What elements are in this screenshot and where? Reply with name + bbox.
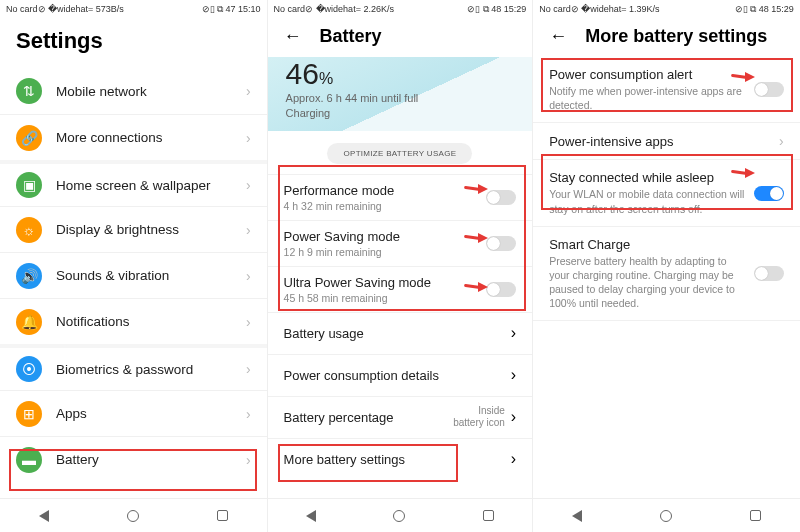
nav-home[interactable] [660,510,672,522]
nav-back[interactable] [572,510,582,522]
list-item-label: Mobile network [56,84,246,99]
toggle[interactable] [754,186,784,201]
status-right: ⊘▯ ⧉ 48 15:29 [467,4,526,15]
list-item-label: Display & brightness [56,222,246,237]
row-sub: Notify me when power-intensive apps are … [549,84,746,112]
screen-settings: No card⊘ �widehat= 573B/s ⊘▯ ⧉ 47 15:10 … [0,0,267,532]
arrow-icon [478,184,488,194]
status-bar: No card⊘ �widehat= 573B/s ⊘▯ ⧉ 47 15:10 [0,0,267,18]
page-title: More battery settings [585,26,767,47]
apps-icon: ⊞ [16,401,42,427]
nav-bar [0,498,267,532]
nav-home[interactable] [393,510,405,522]
chevron-right-icon: › [246,177,251,193]
power-mode-row[interactable]: Ultra Power Saving mode45 h 58 min remai… [268,266,533,312]
arrow-icon [745,72,755,82]
list-item[interactable]: ▣Home screen & wallpaper› [0,160,267,206]
nav-back[interactable] [39,510,49,522]
list-item[interactable]: ▬Battery› [0,436,267,482]
chevron-right-icon: › [246,314,251,330]
list-item[interactable]: ☼Display & brightness› [0,206,267,252]
list-item-label: Notifications [56,314,246,329]
chevron-right-icon: › [246,406,251,422]
battery-percent: 46% [286,57,515,91]
more-settings-row[interactable]: Smart ChargePreserve battery health by a… [533,227,800,322]
list-item-label: Biometrics & password [56,362,246,377]
battery-row[interactable]: Battery usage› [268,312,533,354]
power-modes: Performance mode4 h 32 min remainingPowe… [268,174,533,312]
more-settings-row[interactable]: Power-intensive apps› [533,123,800,160]
chevron-right-icon: › [511,408,516,426]
power-mode-row[interactable]: Power Saving mode12 h 9 min remaining [268,220,533,266]
status-left: No card⊘ �widehat= 1.39K/s [539,4,659,14]
list-item[interactable]: ⇅Mobile network› [0,68,267,114]
row-title: Battery percentage [284,410,454,425]
arrow-icon [745,168,755,178]
battery-row[interactable]: Battery percentageInside battery icon› [268,396,533,438]
nav-recent[interactable] [750,510,761,521]
list-item-label: Battery [56,452,246,467]
toggle[interactable] [486,282,516,297]
status-left: No card⊘ �widehat= 2.26K/s [274,4,394,14]
settings-list: ⇅Mobile network›🔗More connections›▣Home … [0,68,267,482]
list-item[interactable]: ⦿Biometrics & password› [0,344,267,390]
list-item-label: Home screen & wallpaper [56,178,246,193]
more-settings-row[interactable]: Stay connected while asleepYour WLAN or … [533,160,800,226]
chevron-right-icon: › [511,450,516,468]
mode-title: Performance mode [284,183,487,198]
list-item-label: Apps [56,406,246,421]
optimize-button[interactable]: OPTIMIZE BATTERY USAGE [327,143,472,164]
arrow-icon [478,233,488,243]
nav-back[interactable] [306,510,316,522]
chevron-right-icon: › [246,268,251,284]
status-bar: No card⊘ �widehat= 2.26K/s ⊘▯ ⧉ 48 15:29 [268,0,533,18]
row-title: Power-intensive apps [549,134,771,149]
list-item[interactable]: ⊞Apps› [0,390,267,436]
mode-title: Ultra Power Saving mode [284,275,487,290]
toggle[interactable] [486,190,516,205]
battery-subtext: Approx. 6 h 44 min until fullCharging [286,91,515,121]
optimize-wrap: OPTIMIZE BATTERY USAGE [268,131,533,174]
chevron-right-icon: › [246,83,251,99]
toggle[interactable] [754,266,784,281]
battery-hero: 46% Approx. 6 h 44 min until fullChargin… [268,57,533,131]
more-settings-row[interactable]: Power consumption alertNotify me when po… [533,57,800,123]
battery-row[interactable]: Power consumption details› [268,354,533,396]
toggle[interactable] [754,82,784,97]
status-right: ⊘▯ ⧉ 47 15:10 [202,4,261,15]
row-title: Stay connected while asleep [549,170,746,185]
row-title: Battery usage [284,326,511,341]
chevron-right-icon: › [246,452,251,468]
battery-row[interactable]: More battery settings› [268,438,533,480]
chevron-right-icon: › [511,324,516,342]
list-item[interactable]: 🔔Notifications› [0,298,267,344]
power-mode-row[interactable]: Performance mode4 h 32 min remaining [268,174,533,220]
home-icon: ▣ [16,172,42,198]
page-title: Settings [0,18,267,68]
conn-icon: 🔗 [16,125,42,151]
sound-icon: 🔊 [16,263,42,289]
nav-recent[interactable] [483,510,494,521]
chevron-right-icon: › [246,130,251,146]
mode-title: Power Saving mode [284,229,487,244]
chevron-right-icon: › [511,366,516,384]
mode-sub: 12 h 9 min remaining [284,246,487,258]
nav-bar [533,498,800,532]
chevron-right-icon: › [779,133,784,149]
more-settings-rows: Power consumption alertNotify me when po… [533,57,800,321]
toggle[interactable] [486,236,516,251]
row-title: Smart Charge [549,237,746,252]
back-icon[interactable]: ← [549,26,567,47]
list-item[interactable]: 🔊Sounds & vibration› [0,252,267,298]
list-item-label: Sounds & vibration [56,268,246,283]
mode-sub: 4 h 32 min remaining [284,200,487,212]
row-title: Power consumption details [284,368,511,383]
status-right: ⊘▯ ⧉ 48 15:29 [735,4,794,15]
row-title: Power consumption alert [549,67,746,82]
back-icon[interactable]: ← [284,26,302,47]
list-item[interactable]: 🔗More connections› [0,114,267,160]
row-value: Inside battery icon [453,405,505,429]
nav-home[interactable] [127,510,139,522]
nav-recent[interactable] [217,510,228,521]
mode-sub: 45 h 58 min remaining [284,292,487,304]
